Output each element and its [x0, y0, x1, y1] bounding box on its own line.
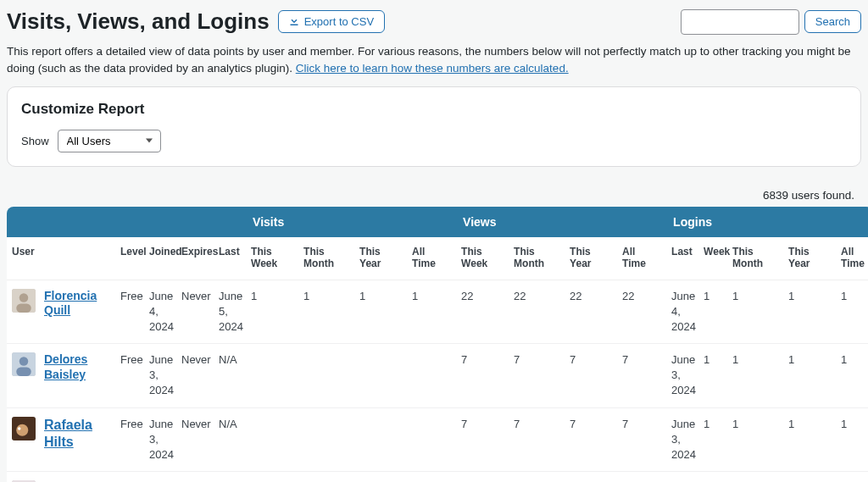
- page-header: Visits, Views, and Logins Export to CSV …: [7, 7, 861, 42]
- column-header-row: User Level Joined Expires Last This Week…: [7, 237, 868, 280]
- svg-rect-2: [16, 303, 31, 313]
- search-button[interactable]: Search: [804, 10, 861, 33]
- customize-panel: Customize Report Show All Users: [7, 86, 861, 167]
- customize-heading: Customize Report: [21, 101, 847, 118]
- download-icon: [289, 15, 299, 28]
- calc-info-link[interactable]: Click here to learn how these numbers ar…: [296, 62, 569, 75]
- show-label: Show: [21, 135, 49, 147]
- user-link[interactable]: Delores Baisley: [44, 352, 110, 382]
- svg-point-7: [16, 424, 28, 435]
- table-row: Delores BaisleyFreeJune 3, 2024NeverN/A7…: [7, 344, 868, 408]
- user-link[interactable]: Florencia Quill: [44, 289, 110, 319]
- report-description: This report offers a detailed view of da…: [7, 42, 861, 86]
- avatar: [12, 352, 36, 376]
- page-title: Visits, Views, and Logins: [7, 8, 270, 35]
- export-csv-button[interactable]: Export to CSV: [278, 10, 385, 33]
- svg-rect-5: [16, 368, 31, 377]
- search-input[interactable]: [681, 9, 799, 35]
- svg-point-8: [18, 427, 21, 430]
- svg-point-1: [19, 293, 29, 302]
- user-count: 6839 users found.: [7, 184, 861, 207]
- table-row: Cammy MoringFreeJune 3, 2024NeverN/A5757…: [7, 472, 868, 482]
- group-header-row: Visits Views Logins: [7, 207, 868, 237]
- export-csv-label: Export to CSV: [304, 15, 374, 28]
- svg-point-4: [19, 357, 29, 366]
- table-row: Florencia QuillFreeJune 4, 2024NeverJune…: [7, 280, 868, 344]
- avatar: [12, 289, 36, 313]
- show-select[interactable]: All Users: [58, 130, 161, 152]
- table-row: Rafaela HiltsFreeJune 3, 2024NeverN/A777…: [7, 407, 868, 472]
- user-link[interactable]: Rafaela Hilts: [44, 417, 110, 451]
- report-table: Visits Views Logins User Level Joined Ex…: [7, 207, 868, 483]
- avatar: [12, 417, 36, 440]
